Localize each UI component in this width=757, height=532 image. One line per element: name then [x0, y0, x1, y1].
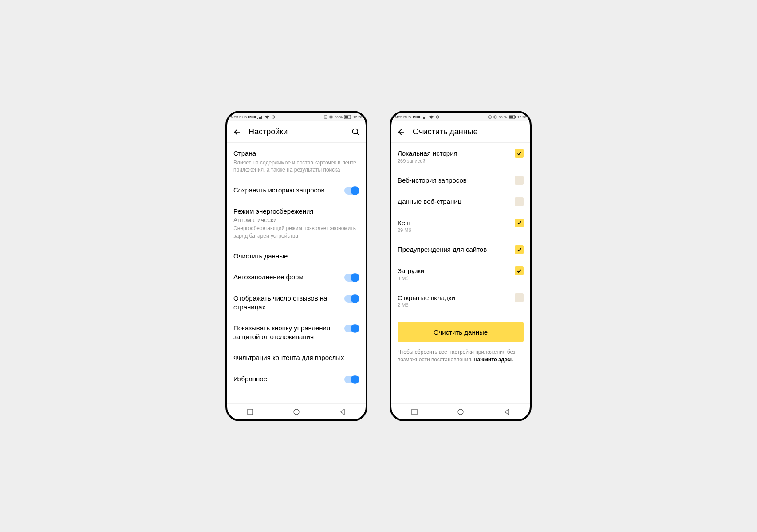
setting-label: Показывать кнопку управления защитой от … — [233, 324, 341, 341]
svg-line-11 — [357, 133, 359, 135]
item-label: Загрузки — [398, 266, 511, 275]
item-label: Предупреждения для сайтов — [398, 245, 511, 254]
item-site-warnings[interactable]: Предупреждения для сайтов — [398, 239, 524, 260]
wifi-icon — [429, 115, 434, 119]
svg-point-25 — [458, 409, 463, 415]
phone-settings: MTS RUS M20 N 60 % 12:20 Настройки Стран… — [225, 111, 367, 421]
checkbox[interactable] — [515, 197, 524, 206]
item-label: Открытые вкладки — [398, 293, 511, 302]
status-bar: MTS RUS M20 N 60 % 12:20 — [391, 113, 530, 121]
carrier-badge: M20 — [413, 116, 420, 118]
signal-icon — [257, 115, 263, 119]
clock: 12:20 — [353, 115, 362, 119]
android-navbar — [391, 403, 530, 419]
item-label: Кеш — [398, 219, 511, 227]
item-label: Данные веб-страниц — [398, 197, 511, 206]
carrier-badge: M20 — [248, 116, 256, 118]
checkbox[interactable] — [515, 149, 524, 158]
setting-power-mode[interactable]: Режим энергосбережения Автоматически Эне… — [233, 201, 359, 246]
svg-rect-8 — [345, 116, 348, 118]
item-local-history[interactable]: Локальная история 269 записей — [398, 143, 524, 170]
checkbox[interactable] — [515, 293, 524, 302]
setting-label: Страна — [233, 149, 359, 158]
checkbox[interactable] — [515, 245, 524, 254]
wifi-icon — [264, 115, 270, 119]
setting-adult-filter[interactable]: Фильтрация контента для взрослых — [233, 347, 359, 368]
svg-rect-12 — [248, 409, 253, 415]
item-web-history[interactable]: Веб-история запросов — [398, 170, 524, 191]
svg-text:N: N — [325, 116, 326, 118]
setting-label: Автозаполнение форм — [233, 273, 341, 282]
item-subtitle: 269 записей — [398, 158, 511, 164]
item-page-data[interactable]: Данные веб-страниц — [398, 191, 524, 212]
reset-note: Чтобы сбросить все настройки приложения … — [398, 348, 524, 364]
check-icon — [516, 151, 522, 156]
setting-favorites[interactable]: Избранное — [233, 368, 359, 390]
signal-icon — [422, 115, 427, 119]
nav-home-icon[interactable] — [293, 409, 300, 415]
nav-recent-icon[interactable] — [411, 409, 418, 415]
setting-value: Автоматически — [233, 216, 359, 223]
android-navbar — [227, 403, 366, 419]
checkbox[interactable] — [515, 219, 524, 227]
phone-clear-data: MTS RUS M20 N 60 % 12:20 Очистить данные… — [390, 111, 532, 421]
battery-icon — [509, 115, 516, 119]
svg-rect-9 — [351, 116, 351, 118]
toggle-on[interactable] — [344, 376, 359, 383]
check-icon — [516, 247, 522, 253]
setting-label: Отображать число отзывов на страницах — [233, 294, 341, 311]
setting-description: Влияет на содержимое и состав карточек в… — [233, 159, 359, 173]
toggle-on[interactable] — [344, 187, 359, 195]
battery-icon — [344, 115, 351, 119]
setting-country[interactable]: Страна Влияет на содержимое и состав кар… — [233, 143, 359, 180]
item-label: Веб-история запросов — [398, 176, 511, 185]
setting-autofill[interactable]: Автозаполнение форм — [233, 266, 359, 288]
setting-clear-data[interactable]: Очистить данные — [233, 246, 359, 267]
search-button[interactable] — [351, 127, 361, 137]
app-header: Настройки — [227, 121, 366, 143]
carrier-name: MTS RUS — [395, 115, 411, 119]
svg-point-10 — [353, 129, 358, 134]
back-button[interactable] — [396, 127, 406, 137]
svg-point-15 — [437, 117, 438, 117]
setting-reviews-count[interactable]: Отображать число отзывов на страницах — [233, 288, 359, 317]
item-open-tabs[interactable]: Открытые вкладки 2 Мб — [398, 287, 524, 314]
item-downloads[interactable]: Загрузки 3 Мб — [398, 260, 524, 287]
setting-save-history[interactable]: Сохранять историю запросов — [233, 180, 359, 201]
item-subtitle: 3 Мб — [398, 276, 511, 281]
item-subtitle: 29 Мб — [398, 227, 511, 233]
checkbox[interactable] — [515, 176, 524, 185]
nav-recent-icon[interactable] — [247, 409, 253, 415]
svg-rect-22 — [509, 116, 513, 118]
back-button[interactable] — [232, 127, 242, 137]
setting-label: Режим энергосбережения — [233, 207, 359, 216]
page-title: Настройки — [248, 127, 344, 137]
nav-back-icon[interactable] — [339, 409, 346, 415]
toggle-on[interactable] — [344, 274, 359, 282]
checkbox[interactable] — [515, 266, 524, 275]
status-bar: MTS RUS M20 N 60 % 12:20 — [227, 113, 366, 121]
clear-data-button[interactable]: Очистить данные — [398, 322, 524, 342]
check-icon — [516, 220, 522, 226]
setting-tracking-button[interactable]: Показывать кнопку управления защитой от … — [233, 317, 359, 347]
setting-label: Фильтрация контента для взрослых — [233, 353, 359, 362]
button-label: Очистить данные — [434, 329, 488, 336]
reset-link[interactable]: нажмите здесь — [474, 356, 513, 363]
svg-rect-24 — [412, 409, 417, 415]
toggle-on[interactable] — [344, 325, 359, 332]
item-cache[interactable]: Кеш 29 Мб — [398, 212, 524, 239]
item-label: Локальная история — [398, 149, 511, 158]
clear-data-list: Локальная история 269 записей Веб-истори… — [391, 143, 530, 403]
app-header: Очистить данные — [391, 121, 530, 143]
svg-point-13 — [294, 409, 299, 415]
nav-home-icon[interactable] — [457, 409, 464, 415]
arrow-left-icon — [397, 128, 406, 137]
page-title: Очистить данные — [413, 127, 525, 137]
nav-back-icon[interactable] — [504, 409, 510, 415]
toggle-on[interactable] — [344, 295, 359, 303]
item-subtitle: 2 Мб — [398, 302, 511, 308]
nfc-icon: N — [324, 115, 327, 119]
setting-label: Очистить данные — [233, 252, 359, 261]
nfc-icon: N — [488, 115, 492, 119]
gear-icon — [272, 115, 275, 119]
